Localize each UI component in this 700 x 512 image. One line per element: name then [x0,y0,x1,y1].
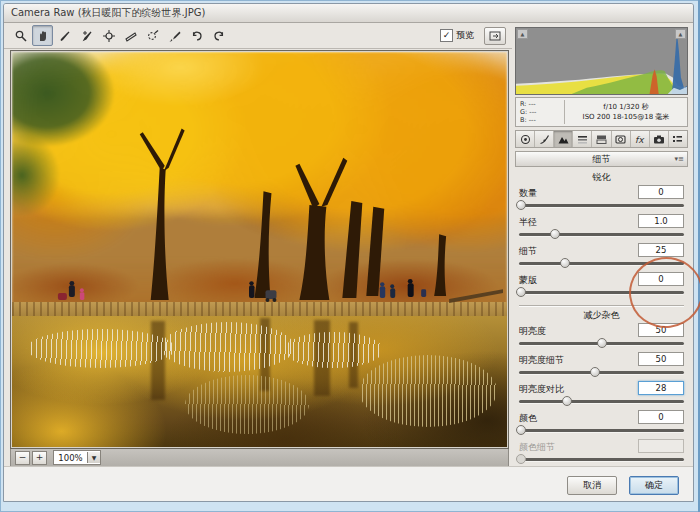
ok-button[interactable]: 确定 [629,476,679,495]
zoom-level-value: 100% [54,453,87,463]
luminance-detail-value-field[interactable]: 50 [638,352,684,366]
slider-color: 颜色 0 [519,410,684,439]
tools-toolbar: ✓ 预览 [4,23,512,49]
luminance-detail-slider-track[interactable] [519,371,684,374]
tab-effects[interactable]: fx [631,131,650,147]
zoom-out-button[interactable]: − [15,451,30,465]
spot-removal-tool-button[interactable] [142,25,163,46]
detail-value-field[interactable]: 25 [638,243,684,257]
tab-detail[interactable] [554,131,573,147]
brush-icon [168,29,182,43]
camera-icon [653,134,665,145]
tab-camera-calibration[interactable] [650,131,669,147]
luminance-contrast-value-field[interactable]: 28 [638,381,684,395]
camera-settings: f/10 1/320 秒 ISO 200 18-105@18 毫米 [565,102,687,122]
slider-masking: 蒙版 0 [519,272,684,301]
preview-checkbox[interactable]: ✓ [440,29,453,42]
detail-slider-thumb[interactable] [560,258,570,268]
tab-hsl-grayscale[interactable] [573,131,592,147]
amount-slider-thumb[interactable] [516,200,526,210]
luminance-slider-thumb[interactable] [597,338,607,348]
color-detail-slider-thumb [516,454,526,464]
target-icon [102,29,116,43]
image-preview[interactable] [10,50,509,449]
hsl-icon [577,134,588,145]
luminance-contrast-slider-thumb[interactable] [562,396,572,406]
spot-removal-icon [146,29,160,43]
color-slider-track[interactable] [519,429,684,432]
tab-tone-curve[interactable] [535,131,554,147]
detail-slider-track[interactable] [519,262,684,265]
photo-detail-overlay [12,52,507,447]
fullscreen-icon [489,31,501,41]
zoom-in-button[interactable]: + [32,451,47,465]
checkmark-icon: ✓ [443,30,451,40]
straighten-tool-button[interactable] [120,25,141,46]
tab-lens-corrections[interactable] [612,131,631,147]
chevron-down-icon: ▼ [87,452,100,463]
svg-text:fx: fx [635,135,645,145]
iso-focal: ISO 200 18-105@18 毫米 [565,112,687,122]
highlight-clipping-indicator[interactable]: ▲ [675,29,686,39]
zoom-tool-button[interactable] [10,25,31,46]
zoom-controls: − + 100% ▼ [10,449,509,467]
adjustment-brush-tool-button[interactable] [164,25,185,46]
rotate-right-tool-button[interactable] [208,25,229,46]
targeted-adjustment-tool-button[interactable] [98,25,119,46]
exif-info: R: --- G: --- B: --- f/10 1/320 秒 ISO 20… [515,97,688,127]
tab-split-toning[interactable] [592,131,611,147]
slider-radius: 半径 1.0 [519,214,684,243]
slider-detail: 细节 25 [519,243,684,272]
presets-icon [672,134,683,145]
rotate-cw-icon [212,29,226,43]
rotate-left-tool-button[interactable] [186,25,207,46]
tree-trunks [140,128,503,302]
rotate-ccw-icon [190,29,204,43]
split-toning-icon [596,134,607,145]
magnifier-icon [14,29,28,43]
shadow-clipping-indicator[interactable]: ▲ [517,29,528,39]
slider-luminance-detail: 明亮度细节 50 [519,352,684,381]
white-balance-tool-button[interactable] [54,25,75,46]
color-slider-thumb[interactable] [516,425,526,435]
luminance-slider-track[interactable] [519,342,684,345]
detail-controls: 锐化 数量 0 半径 1.0 [515,167,688,468]
dialog-footer: 取消 确定 [4,466,693,501]
toggle-fullscreen-button[interactable] [484,27,506,45]
zoom-level-select[interactable]: 100% ▼ [53,450,101,465]
window-title: Camera Raw (秋日暖阳下的缤纷世界.JPG) [11,7,205,18]
masking-value-field[interactable]: 0 [638,272,684,286]
eyedropper-icon [58,29,72,43]
hand-tool-button[interactable] [32,25,53,46]
cancel-button[interactable]: 取消 [567,476,617,495]
lens-icon [615,134,626,145]
section-title-sharpen: 锐化 [517,171,686,184]
panel-menu-icon[interactable]: ▾≡ [675,152,684,166]
amount-value-field[interactable]: 0 [638,185,684,199]
color-sampler-icon [80,29,94,43]
luminance-detail-slider-thumb[interactable] [590,367,600,377]
fx-icon: fx [634,134,646,145]
tab-presets[interactable] [669,131,687,147]
color-value-field[interactable]: 0 [638,410,684,424]
panel-header: 细节 ▾≡ [515,151,688,167]
amount-slider-track[interactable] [519,204,684,207]
straighten-icon [124,29,138,43]
tab-basic[interactable] [516,131,535,147]
radius-slider-track[interactable] [519,233,684,236]
aperture-shutter: f/10 1/320 秒 [565,102,687,112]
screenshot: Camera Raw (秋日暖阳下的缤纷世界.JPG) [0,0,700,512]
masking-slider-thumb[interactable] [516,287,526,297]
masking-slider-track[interactable] [519,291,684,294]
photo-autumn-trees [12,52,507,447]
radius-slider-thumb[interactable] [550,229,560,239]
panel-title: 细节 [593,154,611,164]
color-sampler-tool-button[interactable] [76,25,97,46]
section-title-noise-reduction: 减少杂色 [517,309,686,322]
radius-value-field[interactable]: 1.0 [638,214,684,228]
basic-icon [520,134,531,145]
luminance-value-field[interactable]: 50 [638,323,684,337]
luminance-contrast-slider-track[interactable] [519,400,684,403]
slider-luminance: 明亮度 50 [519,323,684,352]
rgb-readout: R: --- G: --- B: --- [516,100,565,124]
